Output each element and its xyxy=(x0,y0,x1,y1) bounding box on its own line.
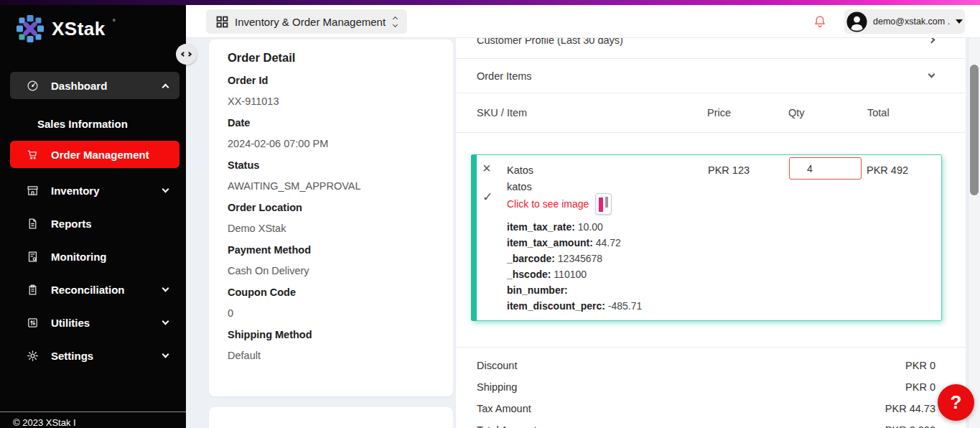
order-item-row: × ✓ Katos katos Click to see image item_… xyxy=(471,154,942,321)
summary-value: PKR 44.73 xyxy=(885,403,935,414)
sidebar-item-inventory[interactable]: Inventory xyxy=(10,180,179,201)
sidebar: XStak ° Dashboard Sales Information Orde… xyxy=(0,0,186,428)
field-value: Demo XStak xyxy=(228,223,434,234)
sidebar-item-sales-information[interactable]: Sales Information xyxy=(10,113,179,134)
summary-value: PKR 0 xyxy=(905,381,935,393)
avatar xyxy=(846,11,867,32)
item-attribute: _barcode: 12345678 xyxy=(507,251,642,266)
chevron-down-icon xyxy=(162,185,169,192)
sliders-icon xyxy=(26,316,39,329)
summary-label: Tax Amount xyxy=(477,403,531,414)
sidebar-item-order-management[interactable]: Order Management xyxy=(10,141,179,168)
sidebar-item-label: Utilities xyxy=(51,317,90,329)
chevron-down-icon xyxy=(162,317,169,325)
user-menu[interactable]: demo@xstak.com . xyxy=(844,9,965,34)
item-attribute: item_tax_rate: 10.00 xyxy=(507,219,642,235)
field-label: Coupon Code xyxy=(228,287,434,298)
field-label: Status xyxy=(228,159,434,171)
column-header: Total xyxy=(867,107,890,118)
help-button[interactable]: ? xyxy=(938,384,974,421)
summary-label: Total Amount xyxy=(477,424,537,428)
gear-icon xyxy=(26,349,39,362)
summary-row: Shipping PKR 0 xyxy=(456,376,966,398)
chevron-right-icon xyxy=(187,52,192,57)
logo-trademark: ° xyxy=(113,19,116,26)
field-value: 0 xyxy=(228,307,434,319)
field-label: Order Location xyxy=(228,202,434,213)
sidebar-item-label: Order Management xyxy=(51,149,149,161)
top-gradient-bar xyxy=(0,0,980,5)
item-attribute: item_discount_perc: -485.71 xyxy=(507,298,642,314)
app-selector-label: Inventory & Order Management xyxy=(235,16,386,28)
select-updown-icon xyxy=(393,17,397,27)
sidebar-item-monitoring[interactable]: Monitoring xyxy=(10,246,179,267)
scrollbar-thumb[interactable] xyxy=(970,65,979,195)
xstak-logo[interactable]: XStak ° xyxy=(16,14,116,46)
monitoring-icon xyxy=(26,250,39,263)
item-attribute: _hscode: 110100 xyxy=(507,266,642,282)
order-items-card: Customer Profile (Last 30 days) Order It… xyxy=(456,22,966,428)
xstak-logo-icon xyxy=(16,14,45,46)
gauge-icon xyxy=(26,79,39,92)
document-icon xyxy=(26,217,39,230)
field-label: Date xyxy=(228,117,434,129)
order-detail-title: Order Detail xyxy=(228,51,434,65)
vertical-scrollbar[interactable] xyxy=(968,38,980,428)
chevron-up-icon xyxy=(162,83,169,90)
item-sku: katos xyxy=(507,181,532,192)
summary-value: PKR 2,302 xyxy=(885,424,935,428)
summary-value: PKR 0 xyxy=(905,360,935,371)
item-image-thumbnail[interactable] xyxy=(595,193,612,215)
sidebar-item-label: Settings xyxy=(51,350,93,362)
chevron-down-icon xyxy=(928,71,935,78)
order-items-section-header[interactable]: Order Items xyxy=(456,59,966,93)
sidebar-item-reports[interactable]: Reports xyxy=(10,213,179,234)
field-value: 2024-02-06 07:00 PM xyxy=(228,138,434,149)
approve-item-icon[interactable]: ✓ xyxy=(482,190,493,205)
summary-row: Tax Amount PKR 44.73 xyxy=(456,398,966,419)
field-label: Payment Method xyxy=(228,244,434,256)
summary-row: Discount PKR 0 xyxy=(456,355,966,376)
item-attribute: item_tax_amount: 44.72 xyxy=(507,235,642,251)
item-image-link[interactable]: Click to see image xyxy=(507,198,589,210)
field-label: Order Id xyxy=(228,75,434,86)
field-value: Cash On Delivery xyxy=(228,265,434,276)
dropdown-caret-icon xyxy=(956,19,963,24)
grid-icon xyxy=(216,16,228,28)
chevron-down-icon xyxy=(162,284,169,292)
xstak-logo-text: XStak xyxy=(52,14,106,43)
sidebar-item-label: Monitoring xyxy=(51,251,106,263)
summary-label: Shipping xyxy=(477,381,517,393)
quantity-input[interactable] xyxy=(789,157,862,180)
sidebar-item-label: Sales Information xyxy=(37,118,128,130)
clipboard-icon xyxy=(26,283,39,296)
column-header: SKU / Item xyxy=(477,107,527,118)
item-attributes: item_tax_rate: 10.00 item_tax_amount: 44… xyxy=(507,219,642,314)
field-value: XX-911013 xyxy=(228,96,434,107)
summary-label: Discount xyxy=(477,360,517,371)
summary-divider xyxy=(456,347,966,348)
remove-item-icon[interactable]: × xyxy=(482,161,491,175)
item-attribute: bin_number: xyxy=(507,282,642,298)
sidebar-item-utilities[interactable]: Utilities xyxy=(10,312,179,333)
sidebar-nav: Dashboard Sales Information Order Manage… xyxy=(10,72,179,366)
order-detail-card: Order Detail Order Id XX-911013 Date 202… xyxy=(209,39,453,396)
sidebar-item-label: Reconciliation xyxy=(51,284,125,296)
sidebar-collapse-toggle[interactable] xyxy=(176,44,197,65)
field-label: Shipping Method xyxy=(228,329,434,340)
app-selector[interactable]: Inventory & Order Management xyxy=(206,9,407,34)
secondary-card xyxy=(209,407,453,428)
sidebar-item-dashboard[interactable]: Dashboard xyxy=(10,72,179,99)
chevron-left-icon xyxy=(181,52,186,57)
topbar: Inventory & Order Management demo@xstak.… xyxy=(186,5,980,38)
summary-row: Total Amount PKR 2,302 xyxy=(456,419,966,428)
chevron-down-icon xyxy=(162,350,169,358)
item-total: PKR 492 xyxy=(867,164,908,176)
sidebar-item-reconciliation[interactable]: Reconciliation xyxy=(10,279,179,300)
field-value: Default xyxy=(228,350,434,361)
column-header: Qty xyxy=(788,107,805,118)
notification-bell-icon[interactable] xyxy=(813,14,827,29)
column-header: Price xyxy=(707,107,731,118)
items-table-header: SKU / Item Price Qty Total xyxy=(456,93,966,133)
sidebar-item-settings[interactable]: Settings xyxy=(10,345,179,366)
